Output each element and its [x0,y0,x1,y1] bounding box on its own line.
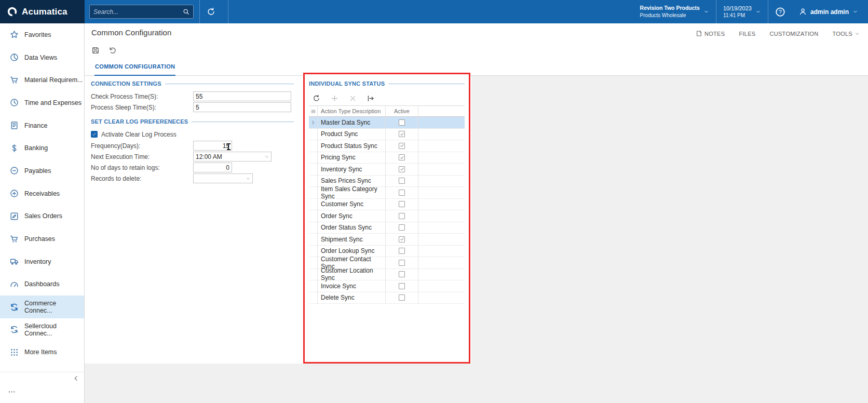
checkbox-unchecked-icon[interactable] [399,213,405,219]
undo-button[interactable] [108,46,117,55]
grid-row-master-data-sync[interactable]: Master Data Sync [309,117,465,129]
grid-row-product-status-sync[interactable]: Product Status Sync [309,140,465,152]
grid-row-pricing-sync[interactable]: Pricing Sync [309,152,465,164]
checkbox-checked-icon[interactable] [399,166,405,172]
grid-settings-cell[interactable] [309,106,318,116]
field-value[interactable] [194,152,264,161]
checkbox-unchecked-icon[interactable] [399,248,405,254]
checkbox-unchecked-icon[interactable] [399,201,405,207]
grid-row-order-sync[interactable]: Order Sync [309,210,465,222]
checkbox-checked-icon[interactable] [91,131,98,138]
action-type-description-cell[interactable]: Master Data Sync [318,117,386,128]
field-value[interactable] [194,103,291,112]
checkbox-checked-icon[interactable] [399,154,405,160]
active-cell[interactable] [386,292,418,304]
checkbox-unchecked-icon[interactable] [399,294,405,301]
header-link-customization[interactable]: CUSTOMIZATION [769,31,818,37]
checkbox-unchecked-icon[interactable] [399,283,405,289]
refresh-button[interactable] [313,95,320,102]
ellipsis-icon[interactable] [8,388,16,396]
header-link-files[interactable]: FILES [739,31,755,37]
grid-row-invoice-sync[interactable]: Invoice Sync [309,280,465,292]
sidebar-item-sales-orders[interactable]: Sales Orders [0,205,84,228]
action-type-description-cell[interactable]: Product Sync [318,129,386,140]
help-button[interactable]: ? [768,0,792,23]
fit-to-screen-button[interactable] [367,95,375,102]
active-cell[interactable] [386,199,418,210]
sidebar-collapse-button[interactable] [73,375,79,382]
checkbox-unchecked-icon[interactable] [399,271,405,277]
action-type-description-cell[interactable]: Delete Sync [318,292,386,304]
sidebar-item-material-requirem[interactable]: Material Requirem... [0,69,84,91]
checkbox-unchecked-icon[interactable] [399,178,405,184]
sidebar-item-commerce-connec[interactable]: Commerce Connec... [0,295,84,318]
grid-row-item-sales-category-sync[interactable]: Item Sales Category Sync [309,187,465,199]
field-value[interactable] [194,92,291,101]
column-header-active[interactable]: Active [386,106,418,116]
records-to-delete-input[interactable] [193,173,253,183]
action-type-description-cell[interactable]: Item Sales Category Sync [318,187,386,198]
caret-down-icon[interactable] [246,176,252,181]
grid-row-customer-sync[interactable]: Customer Sync [309,199,465,211]
field-value[interactable] [194,163,232,172]
check-process-time-s-input[interactable] [193,91,291,101]
action-type-description-cell[interactable]: Shipment Sync [318,234,386,245]
sidebar-item-favorites[interactable]: Favorites [0,23,84,46]
active-cell[interactable] [386,176,418,187]
grid-row-delete-sync[interactable]: Delete Sync [309,292,465,304]
active-cell[interactable] [386,117,418,128]
column-header-action-type-description[interactable]: Action Type Description [318,106,386,116]
app-logo[interactable]: Acumatica [0,0,85,23]
active-cell[interactable] [386,246,418,257]
active-cell[interactable] [386,187,418,198]
grid-row-inventory-sync[interactable]: Inventory Sync [309,164,465,176]
action-type-description-cell[interactable]: Customer Sync [318,199,386,210]
global-search-box[interactable] [89,5,194,19]
search-icon[interactable] [183,8,189,15]
sidebar-item-time-and-expenses[interactable]: Time and Expenses [0,91,84,114]
header-link-notes[interactable]: NOTES [696,30,725,37]
grid-row-product-sync[interactable]: Product Sync [309,129,465,141]
sidebar-item-more-items[interactable]: More Items [0,341,84,364]
tenant-selector[interactable]: Revision Two Products Products Wholesale [633,0,716,23]
action-type-description-cell[interactable]: Order Status Sync [318,222,386,234]
checkbox-checked-icon[interactable] [399,131,405,137]
active-cell[interactable] [386,234,418,245]
add-row-button[interactable] [331,95,338,102]
reload-button[interactable] [200,0,222,23]
action-type-description-cell[interactable]: Customer Location Sync [318,269,386,280]
active-cell[interactable] [386,152,418,164]
no-of-days-to-retain-logs-input[interactable] [193,163,232,172]
sidebar-item-dashboards[interactable]: Dashboards [0,273,84,296]
checkbox-unchecked-icon[interactable] [399,190,405,196]
active-cell[interactable] [386,129,418,140]
grid-row-customer-location-sync[interactable]: Customer Location Sync [309,269,465,281]
search-input[interactable] [93,8,181,16]
caret-down-icon[interactable] [264,154,271,159]
sidebar-item-receivables[interactable]: Receivables [0,182,84,205]
header-link-tools[interactable]: TOOLS [832,31,860,37]
activate-clear-log-checkbox[interactable]: Activate Clear Log Process [91,129,294,140]
grid-row-shipment-sync[interactable]: Shipment Sync [309,234,465,246]
checkbox-checked-icon[interactable] [399,236,405,243]
active-cell[interactable] [386,222,418,234]
sidebar-item-payables[interactable]: Payables [0,159,84,182]
field-value[interactable] [194,141,232,150]
active-cell[interactable] [386,269,418,280]
tab-common-configuration[interactable]: COMMON CONFIGURATION [94,63,175,76]
checkbox-unchecked-icon[interactable] [399,260,405,266]
checkbox-checked-icon[interactable] [399,143,405,149]
sidebar-item-sellercloud-connec[interactable]: Sellercloud Connec... [0,318,84,341]
process-sleep-time-s-input[interactable] [193,102,291,112]
sidebar-item-inventory[interactable]: Inventory [0,250,84,273]
active-cell[interactable] [386,164,418,175]
active-cell[interactable] [386,210,418,222]
sidebar-item-data-views[interactable]: Data Views [0,46,84,69]
active-cell[interactable] [386,280,418,292]
action-type-description-cell[interactable]: Invoice Sync [318,280,386,292]
sidebar-item-banking[interactable]: Banking [0,137,84,159]
save-button[interactable] [91,46,100,55]
sidebar-item-purchases[interactable]: Purchases [0,227,84,250]
action-type-description-cell[interactable]: Order Sync [318,210,386,222]
grid-row-order-status-sync[interactable]: Order Status Sync [309,222,465,234]
